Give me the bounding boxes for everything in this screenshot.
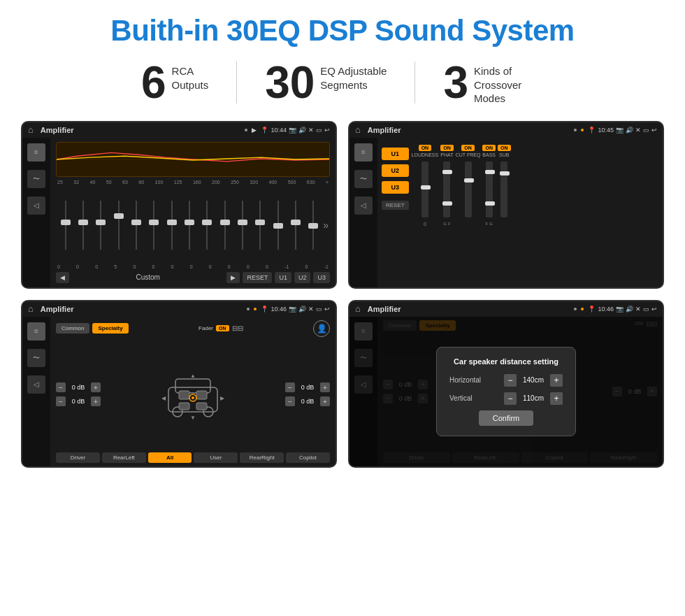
eq-expand-icon[interactable]: » — [323, 220, 329, 231]
eq-reset-button[interactable]: RESET — [243, 272, 272, 283]
eq-slider-0[interactable] — [57, 197, 73, 253]
rearright-button[interactable]: RearRight — [240, 452, 284, 463]
x-icon-3[interactable]: ✕ — [308, 306, 314, 313]
db-minus-rl[interactable]: − — [56, 396, 66, 406]
vertical-minus-button[interactable]: − — [504, 392, 517, 405]
u3-button[interactable]: U3 — [382, 181, 409, 194]
eq-icon-3[interactable]: ≡ — [27, 322, 45, 341]
speaker-icon-3[interactable]: ◁ — [27, 375, 45, 394]
eq-slider-10[interactable] — [234, 197, 250, 253]
home-icon-2[interactable]: ⌂ — [355, 124, 361, 135]
home-icon-1[interactable]: ⌂ — [28, 124, 34, 135]
speaker-icon[interactable]: ◁ — [27, 196, 45, 215]
phat-slider-g[interactable] — [442, 170, 452, 174]
eq-slider-1[interactable] — [75, 197, 91, 253]
eq-slider-5[interactable] — [146, 197, 162, 253]
eq-u2-button[interactable]: U2 — [294, 272, 311, 283]
app-title-2: Amplifier — [368, 126, 570, 134]
horizontal-ctrl: − 140cm + — [504, 374, 563, 387]
eq-u3-button[interactable]: U3 — [313, 272, 330, 283]
eq-slider-12[interactable] — [270, 197, 286, 253]
driver-button[interactable]: Driver — [56, 452, 100, 463]
horizontal-minus-button[interactable]: − — [504, 374, 517, 387]
eq-slider-8[interactable] — [199, 197, 215, 253]
db-plus-rl[interactable]: + — [91, 396, 101, 406]
x-icon-1[interactable]: ✕ — [308, 127, 314, 134]
volume-icon-1: 🔊 — [298, 127, 306, 134]
eq-next-button[interactable]: ▶ — [226, 272, 240, 283]
u1-button[interactable]: U1 — [382, 148, 409, 160]
db-value-fl: 0 dB — [68, 384, 88, 391]
horizontal-value: 140cm — [519, 376, 547, 384]
specialty-tab-button[interactable]: Specialty — [92, 323, 128, 334]
wave-icon[interactable]: 〜 — [27, 170, 45, 188]
back-icon-1[interactable]: ↩ — [324, 127, 330, 134]
eq-slider-6[interactable] — [164, 197, 180, 253]
eq-slider-9[interactable] — [217, 197, 233, 253]
eq-slider-4[interactable] — [128, 197, 144, 253]
x-icon-2[interactable]: ✕ — [635, 127, 641, 134]
home-icon-4[interactable]: ⌂ — [355, 303, 361, 314]
battery-icon-2: ▭ — [643, 127, 649, 134]
db-plus-fl[interactable]: + — [91, 382, 101, 392]
reset-button-2[interactable]: RESET — [382, 201, 409, 210]
confirm-button[interactable]: Confirm — [479, 410, 534, 426]
copilot-button[interactable]: Copilot — [286, 452, 330, 463]
u2-button[interactable]: U2 — [382, 164, 409, 177]
stat-number-rca: 6 — [141, 60, 166, 105]
db-plus-rr[interactable]: + — [320, 396, 330, 406]
all-button[interactable]: All — [148, 452, 192, 463]
svg-text:◀: ◀ — [161, 395, 166, 401]
dot2-orange — [581, 129, 584, 131]
user-avatar-3[interactable]: 👤 — [313, 320, 330, 337]
vertical-plus-button[interactable]: + — [550, 392, 563, 405]
eq-slider-3[interactable] — [110, 197, 127, 253]
dialog-overlay: Car speaker distance setting Horizontal … — [349, 317, 663, 466]
status-bar-1: ⌂ Amplifier ▶ 📍 10:44 📷 🔊 ✕ ▭ ↩ — [22, 122, 336, 138]
stat-rca: 6 RCAOutputs — [113, 60, 236, 105]
eq-slider-2[interactable] — [93, 197, 109, 253]
fader-sliders-icon[interactable]: ⊟⊟ — [232, 324, 243, 332]
play-icon-1[interactable]: ▶ — [252, 127, 257, 134]
back-icon-4[interactable]: ↩ — [651, 306, 657, 313]
eq-prev-button[interactable]: ◀ — [56, 272, 69, 283]
eq-icon-2[interactable]: ≡ — [354, 143, 373, 162]
phat-slider-f[interactable] — [442, 201, 452, 206]
status-icons-2: 📍 10:45 📷 🔊 ✕ ▭ ↩ — [588, 127, 657, 134]
eq-slider-7[interactable] — [181, 197, 197, 253]
back-icon-3[interactable]: ↩ — [324, 306, 330, 313]
dialog-title: Car speaker distance setting — [449, 357, 563, 366]
wave-icon-2[interactable]: 〜 — [354, 170, 373, 188]
eq-icon[interactable]: ≡ — [27, 143, 45, 162]
back-icon-2[interactable]: ↩ — [651, 127, 657, 134]
user-buttons-col: U1 U2 U3 RESET — [382, 142, 409, 283]
user-button-3[interactable]: User — [194, 452, 238, 463]
cutfreq-slider[interactable] — [464, 178, 474, 182]
horizontal-plus-button[interactable]: + — [550, 374, 563, 387]
eq-slider-11[interactable] — [252, 197, 268, 253]
db-plus-fr[interactable]: + — [320, 382, 330, 392]
app-title-1: Amplifier — [41, 126, 241, 134]
svg-rect-5 — [179, 391, 189, 399]
db-minus-rr[interactable]: − — [285, 396, 295, 406]
loudness-slider[interactable] — [421, 185, 431, 189]
status-icons-3: 📍 10:46 📷 🔊 ✕ ▭ ↩ — [261, 306, 330, 313]
eq-slider-14[interactable] — [305, 197, 322, 253]
car-svg: ▲ ▼ ◀ ▶ — [158, 366, 228, 422]
wave-icon-3[interactable]: 〜 — [27, 349, 45, 367]
eq-u1-button[interactable]: U1 — [275, 272, 291, 283]
bass-label: BASS — [482, 152, 496, 157]
home-icon-3[interactable]: ⌂ — [28, 303, 34, 314]
common-tab-button[interactable]: Common — [56, 323, 89, 334]
bass-slider-f[interactable] — [485, 170, 495, 174]
time-3: 10:46 — [271, 306, 287, 313]
bass-slider-g[interactable] — [485, 201, 495, 206]
sub-slider[interactable] — [500, 171, 510, 176]
x-icon-4[interactable]: ✕ — [635, 306, 641, 313]
speaker-icon-2[interactable]: ◁ — [354, 196, 373, 215]
eq-slider-13[interactable] — [287, 197, 303, 253]
rearleft-button[interactable]: RearLeft — [102, 452, 146, 463]
cutfreq-label: CUT FREQ — [456, 152, 481, 157]
db-minus-fl[interactable]: − — [56, 382, 66, 392]
db-minus-fr[interactable]: − — [285, 382, 295, 392]
